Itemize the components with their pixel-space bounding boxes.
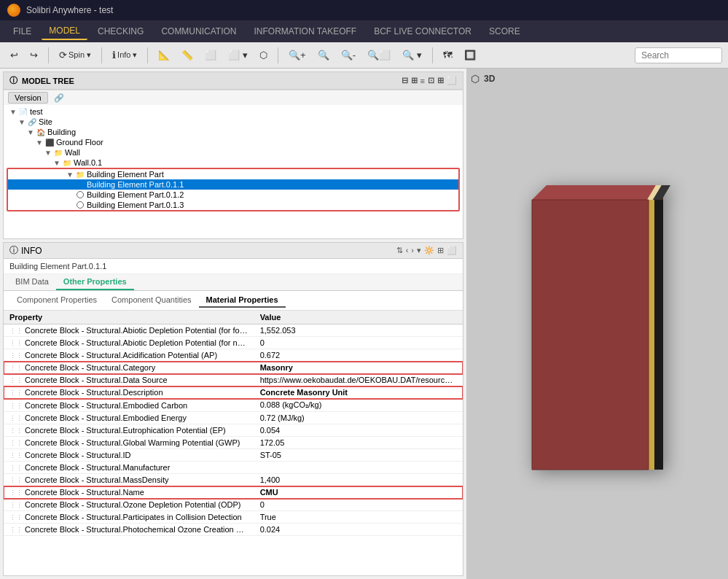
3d-view: ⬡ 3D [466, 69, 728, 579]
prop-cell-property: ⋮⋮Concrete Block - Structural.Abiotic De… [4, 337, 254, 349]
tab-bim-data[interactable]: BIM Data [8, 274, 56, 290]
search-input[interactable] [635, 47, 722, 63]
prop-cell-value: 172.05 [254, 437, 463, 449]
copy-icon[interactable]: ⊞ [437, 76, 444, 85]
3d-canvas [471, 88, 724, 575]
tree-label-test: test [30, 107, 43, 116]
drag-icon: ⋮⋮ [9, 365, 23, 372]
subtab-material-props[interactable]: Material Properties [199, 293, 286, 308]
orbit-button[interactable]: ⟳ Spin ▾ [55, 47, 95, 63]
drag-icon: ⋮⋮ [9, 502, 23, 509]
layers-button[interactable]: 🗺 [439, 47, 457, 63]
expand-icon-wall01: ▼ [53, 159, 60, 167]
drag-icon: ⋮⋮ [9, 327, 23, 335]
tree-node-site[interactable]: ▼ 🔗 Site [4, 117, 463, 127]
prop-cell-property: ⋮⋮Concrete Block - Structural.Embodied E… [4, 412, 254, 424]
expand-icon-building: ▼ [27, 128, 34, 136]
copy2-icon[interactable]: ⊞ [437, 246, 444, 255]
measure2-button[interactable]: 📏 [177, 47, 197, 63]
tree-label-wall: Wall [65, 148, 80, 157]
3d-label: 3D [484, 74, 495, 84]
tree-node-test[interactable]: ▼ 📄 test [4, 106, 463, 117]
properties-table: Property Value ⋮⋮Concrete Block - Struct… [4, 311, 463, 575]
zoom-area-button[interactable]: 🔍⬜ [363, 47, 395, 63]
table-row: ⋮⋮Concrete Block - Structural.Abiotic De… [4, 337, 463, 349]
section-button[interactable]: ⬡ [255, 47, 272, 63]
redo-button[interactable]: ↪ [26, 47, 42, 63]
collapse-icon[interactable]: ⊟ [402, 76, 408, 85]
filter-button[interactable]: 🔲 [460, 47, 480, 63]
zoom-options-button[interactable]: 🔍 ▾ [398, 47, 426, 63]
zoom-fit-button[interactable]: 🔍 [313, 47, 334, 63]
prop-cell-value: 1,552.053 [254, 325, 463, 337]
menu-checking[interactable]: CHECKING [90, 23, 151, 39]
table-row: ⋮⋮Concrete Block - Structural.Descriptio… [4, 386, 463, 399]
drag-icon: ⋮⋮ [9, 403, 23, 410]
file-icon: 📄 [19, 108, 28, 116]
subtab-component-qty[interactable]: Component Quantities [104, 293, 198, 308]
menu-communication[interactable]: COMMUNICATION [154, 23, 243, 39]
undo-button[interactable]: ↩ [6, 47, 23, 63]
tree-options[interactable]: ⊡ [428, 76, 434, 85]
prop-cell-value: Masonry [254, 362, 463, 374]
link-icon[interactable]: 🔗 [54, 93, 64, 103]
tree-node-floor[interactable]: ▼ ⬛ Ground Floor [4, 137, 463, 147]
tree-node-bep[interactable]: ▼ 📁 Building Element Part [8, 169, 458, 179]
prop-cell-property: ⋮⋮Concrete Block - Structural.Embodied C… [4, 399, 254, 412]
box2-button[interactable]: ⬜ ▾ [224, 47, 252, 63]
back-icon[interactable]: ‹ [406, 246, 409, 255]
subtab-component-props[interactable]: Component Properties [9, 293, 104, 308]
forward-icon[interactable]: › [411, 246, 414, 255]
tree-label-wall01: Wall.0.1 [74, 158, 102, 167]
app-title: Solibri Anywhere - test [26, 5, 113, 15]
tree-node-wall01[interactable]: ▼ 📁 Wall.0.1 [4, 158, 463, 168]
maximize2-icon[interactable]: ⬜ [447, 246, 457, 255]
highlight-icon[interactable]: 🔆 [424, 246, 434, 255]
menu-icon[interactable]: ▾ [417, 246, 421, 255]
tree-node-bep013[interactable]: Building Element Part.0.1.3 [8, 200, 458, 210]
version-button[interactable]: Version [8, 92, 48, 104]
menu-bcf[interactable]: BCF LIVE CONNECTOR [367, 23, 479, 39]
prop-cell-property: ⋮⋮Concrete Block - Structural.Category [4, 362, 254, 374]
measure-button[interactable]: 📐 [154, 47, 174, 63]
expand-icon-wall: ▼ [44, 149, 52, 157]
info-tabs: BIM Data Other Properties [4, 274, 463, 291]
tab-other-properties[interactable]: Other Properties [56, 274, 134, 290]
main-content: ⓘ MODEL TREE ⊟ ⊞ ≡ ⊡ ⊞ ⬜ Version 🔗 [0, 69, 728, 579]
drag-icon: ⋮⋮ [9, 415, 23, 422]
zoom-out-button[interactable]: 🔍- [337, 47, 360, 63]
sort-icon[interactable]: ⇅ [396, 246, 403, 255]
expand-icon-test: ▼ [9, 108, 17, 116]
maximize-icon[interactable]: ⬜ [447, 76, 457, 85]
prop-cell-property: ⋮⋮Concrete Block - Structural.Abiotic De… [4, 325, 254, 337]
drag-icon: ⋮⋮ [9, 477, 23, 484]
model-tree-title: MODEL TREE [22, 77, 74, 85]
tree-node-wall[interactable]: ▼ 📁 Wall [4, 147, 463, 158]
prop-cell-value: 0.054 [254, 424, 463, 437]
menu-score[interactable]: SCORE [482, 23, 528, 39]
prop-cell-value: 0 [254, 337, 463, 349]
filter-icon[interactable]: ≡ [420, 77, 425, 85]
box-button[interactable]: ⬜ [200, 47, 221, 63]
prop-cell-property: ⋮⋮Concrete Block - Structural.Manufactur… [4, 462, 254, 474]
tree-node-bep011[interactable]: Building Element Part.0.1.1 [8, 179, 458, 190]
tree-label-bep: Building Element Part [87, 170, 164, 179]
drag-icon: ⋮⋮ [9, 465, 23, 472]
tree-node-building[interactable]: ▼ 🏠 Building [4, 127, 463, 137]
menu-file[interactable]: FILE [6, 23, 39, 39]
model-tree-toolbar: ⊟ ⊞ ≡ ⊡ ⊞ ⬜ [402, 76, 457, 85]
menu-info-takeoff[interactable]: INFORMATION TAKEOFF [246, 23, 364, 39]
expand-icon[interactable]: ⊞ [411, 76, 418, 85]
col-value: Value [254, 311, 463, 325]
tree-node-bep012[interactable]: Building Element Part.0.1.2 [8, 190, 458, 200]
info-button[interactable]: ℹ Info ▾ [108, 47, 141, 63]
tree-label-bep013: Building Element Part.0.1.3 [87, 201, 184, 209]
folder-icon-bep: 📁 [76, 171, 85, 179]
zoom-in-button[interactable]: 🔍+ [284, 47, 310, 63]
prop-cell-value: True [254, 511, 463, 524]
radio-icon-bep012 [77, 191, 84, 198]
info-panel-header: ⓘ INFO ⇅ ‹ › ▾ 🔆 ⊞ ⬜ [4, 243, 463, 259]
prop-cell-property: ⋮⋮Concrete Block - Structural.Global War… [4, 437, 254, 449]
menu-model[interactable]: MODEL [42, 23, 87, 40]
model-tree-icon: ⓘ [9, 75, 17, 86]
